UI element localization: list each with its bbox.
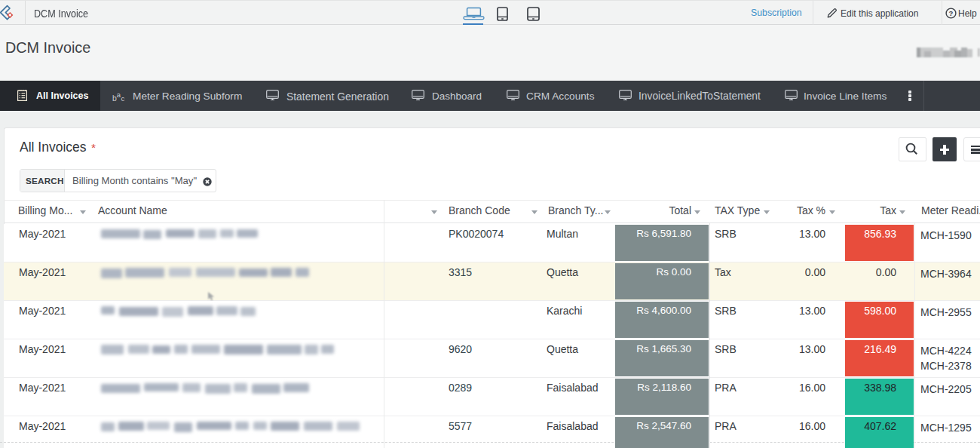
- svg-text:?: ?: [949, 9, 954, 17]
- svg-text:c: c: [121, 94, 124, 103]
